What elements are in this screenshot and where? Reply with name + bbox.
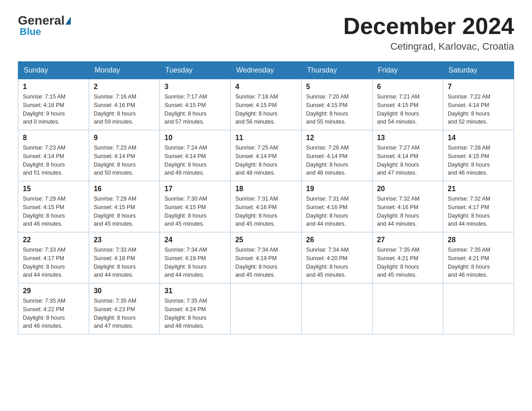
calendar-cell xyxy=(301,283,372,334)
title-section: December 2024 Cetingrad, Karlovac, Croat… xyxy=(343,13,514,52)
week-row-4: 22Sunrise: 7:33 AMSunset: 4:17 PMDayligh… xyxy=(18,232,514,283)
calendar-cell xyxy=(231,283,301,334)
week-row-1: 1Sunrise: 7:15 AMSunset: 4:16 PMDaylight… xyxy=(18,79,514,130)
day-info: Sunrise: 7:34 AMSunset: 4:19 PMDaylight:… xyxy=(164,246,226,279)
calendar-cell: 4Sunrise: 7:18 AMSunset: 4:15 PMDaylight… xyxy=(231,79,301,130)
calendar-cell: 5Sunrise: 7:20 AMSunset: 4:15 PMDaylight… xyxy=(301,79,372,130)
calendar-cell: 10Sunrise: 7:24 AMSunset: 4:14 PMDayligh… xyxy=(160,130,231,181)
day-info: Sunrise: 7:35 AMSunset: 4:24 PMDaylight:… xyxy=(164,297,226,330)
day-number: 21 xyxy=(448,185,509,193)
day-info: Sunrise: 7:32 AMSunset: 4:16 PMDaylight:… xyxy=(377,195,438,228)
calendar-table: SundayMondayTuesdayWednesdayThursdayFrid… xyxy=(18,61,514,334)
day-number: 27 xyxy=(377,236,438,244)
calendar-cell xyxy=(372,283,443,334)
header-cell-thursday: Thursday xyxy=(301,62,372,79)
day-info: Sunrise: 7:23 AMSunset: 4:14 PMDaylight:… xyxy=(23,144,84,177)
calendar-cell: 29Sunrise: 7:35 AMSunset: 4:22 PMDayligh… xyxy=(18,283,89,334)
day-number: 2 xyxy=(94,83,155,91)
day-number: 20 xyxy=(377,185,438,193)
calendar-cell: 25Sunrise: 7:34 AMSunset: 4:19 PMDayligh… xyxy=(231,232,301,283)
day-number: 11 xyxy=(235,134,296,142)
day-info: Sunrise: 7:28 AMSunset: 4:15 PMDaylight:… xyxy=(448,144,509,177)
day-number: 6 xyxy=(377,83,438,91)
calendar-cell: 9Sunrise: 7:23 AMSunset: 4:14 PMDaylight… xyxy=(89,130,160,181)
day-info: Sunrise: 7:27 AMSunset: 4:14 PMDaylight:… xyxy=(377,144,438,177)
calendar-cell: 11Sunrise: 7:25 AMSunset: 4:14 PMDayligh… xyxy=(231,130,301,181)
calendar-body: 1Sunrise: 7:15 AMSunset: 4:16 PMDaylight… xyxy=(18,79,514,334)
week-row-3: 15Sunrise: 7:29 AMSunset: 4:15 PMDayligh… xyxy=(18,181,514,232)
logo-triangle-icon xyxy=(65,17,71,25)
calendar-header: SundayMondayTuesdayWednesdayThursdayFrid… xyxy=(18,62,514,79)
day-number: 28 xyxy=(448,236,509,244)
day-number: 29 xyxy=(23,287,84,295)
header-cell-sunday: Sunday xyxy=(18,62,89,79)
day-number: 3 xyxy=(164,83,226,91)
day-info: Sunrise: 7:17 AMSunset: 4:15 PMDaylight:… xyxy=(164,93,226,126)
day-number: 25 xyxy=(235,236,296,244)
day-info: Sunrise: 7:31 AMSunset: 4:16 PMDaylight:… xyxy=(235,195,296,228)
day-info: Sunrise: 7:34 AMSunset: 4:19 PMDaylight:… xyxy=(235,246,296,279)
day-info: Sunrise: 7:30 AMSunset: 4:15 PMDaylight:… xyxy=(164,195,226,228)
day-number: 14 xyxy=(448,134,509,142)
day-number: 30 xyxy=(94,287,155,295)
calendar-cell: 8Sunrise: 7:23 AMSunset: 4:14 PMDaylight… xyxy=(18,130,89,181)
calendar-cell: 15Sunrise: 7:29 AMSunset: 4:15 PMDayligh… xyxy=(18,181,89,232)
calendar-cell: 24Sunrise: 7:34 AMSunset: 4:19 PMDayligh… xyxy=(160,232,231,283)
page-header: General Blue December 2024 Cetingrad, Ka… xyxy=(18,13,514,52)
calendar-cell: 14Sunrise: 7:28 AMSunset: 4:15 PMDayligh… xyxy=(443,130,514,181)
day-info: Sunrise: 7:20 AMSunset: 4:15 PMDaylight:… xyxy=(306,93,368,126)
day-number: 8 xyxy=(23,134,84,142)
calendar-cell: 12Sunrise: 7:26 AMSunset: 4:14 PMDayligh… xyxy=(301,130,372,181)
header-cell-saturday: Saturday xyxy=(443,62,514,79)
header-row: SundayMondayTuesdayWednesdayThursdayFrid… xyxy=(18,62,514,79)
day-number: 12 xyxy=(306,134,368,142)
day-number: 16 xyxy=(94,185,155,193)
location-subtitle: Cetingrad, Karlovac, Croatia xyxy=(343,41,514,52)
week-row-2: 8Sunrise: 7:23 AMSunset: 4:14 PMDaylight… xyxy=(18,130,514,181)
day-info: Sunrise: 7:24 AMSunset: 4:14 PMDaylight:… xyxy=(164,144,226,177)
calendar-cell: 19Sunrise: 7:31 AMSunset: 4:16 PMDayligh… xyxy=(301,181,372,232)
calendar-cell: 6Sunrise: 7:21 AMSunset: 4:15 PMDaylight… xyxy=(372,79,443,130)
calendar-cell: 28Sunrise: 7:35 AMSunset: 4:21 PMDayligh… xyxy=(443,232,514,283)
day-info: Sunrise: 7:29 AMSunset: 4:15 PMDaylight:… xyxy=(94,195,155,228)
day-number: 31 xyxy=(164,287,226,295)
day-info: Sunrise: 7:35 AMSunset: 4:21 PMDaylight:… xyxy=(448,246,509,279)
calendar-cell: 23Sunrise: 7:33 AMSunset: 4:18 PMDayligh… xyxy=(89,232,160,283)
week-row-5: 29Sunrise: 7:35 AMSunset: 4:22 PMDayligh… xyxy=(18,283,514,334)
calendar-cell: 3Sunrise: 7:17 AMSunset: 4:15 PMDaylight… xyxy=(160,79,231,130)
day-info: Sunrise: 7:18 AMSunset: 4:15 PMDaylight:… xyxy=(235,93,296,126)
calendar-cell: 1Sunrise: 7:15 AMSunset: 4:16 PMDaylight… xyxy=(18,79,89,130)
day-info: Sunrise: 7:31 AMSunset: 4:16 PMDaylight:… xyxy=(306,195,368,228)
calendar-cell: 2Sunrise: 7:16 AMSunset: 4:16 PMDaylight… xyxy=(89,79,160,130)
day-number: 5 xyxy=(306,83,368,91)
day-number: 18 xyxy=(235,185,296,193)
day-number: 13 xyxy=(377,134,438,142)
calendar-cell: 7Sunrise: 7:22 AMSunset: 4:14 PMDaylight… xyxy=(443,79,514,130)
calendar-cell: 17Sunrise: 7:30 AMSunset: 4:15 PMDayligh… xyxy=(160,181,231,232)
day-number: 26 xyxy=(306,236,368,244)
day-info: Sunrise: 7:33 AMSunset: 4:18 PMDaylight:… xyxy=(94,246,155,279)
header-cell-friday: Friday xyxy=(372,62,443,79)
day-number: 4 xyxy=(235,83,296,91)
calendar-cell: 31Sunrise: 7:35 AMSunset: 4:24 PMDayligh… xyxy=(160,283,231,334)
day-info: Sunrise: 7:35 AMSunset: 4:23 PMDaylight:… xyxy=(94,297,155,330)
calendar-cell: 21Sunrise: 7:32 AMSunset: 4:17 PMDayligh… xyxy=(443,181,514,232)
day-info: Sunrise: 7:32 AMSunset: 4:17 PMDaylight:… xyxy=(448,195,509,228)
day-info: Sunrise: 7:21 AMSunset: 4:15 PMDaylight:… xyxy=(377,93,438,126)
day-info: Sunrise: 7:34 AMSunset: 4:20 PMDaylight:… xyxy=(306,246,368,279)
calendar-cell xyxy=(443,283,514,334)
day-number: 7 xyxy=(448,83,509,91)
day-info: Sunrise: 7:35 AMSunset: 4:22 PMDaylight:… xyxy=(23,297,84,330)
calendar-cell: 27Sunrise: 7:35 AMSunset: 4:21 PMDayligh… xyxy=(372,232,443,283)
calendar-cell: 30Sunrise: 7:35 AMSunset: 4:23 PMDayligh… xyxy=(89,283,160,334)
day-info: Sunrise: 7:25 AMSunset: 4:14 PMDaylight:… xyxy=(235,144,296,177)
header-cell-wednesday: Wednesday xyxy=(231,62,301,79)
calendar-cell: 18Sunrise: 7:31 AMSunset: 4:16 PMDayligh… xyxy=(231,181,301,232)
day-number: 22 xyxy=(23,236,84,244)
month-year-title: December 2024 xyxy=(343,13,514,39)
calendar-cell: 20Sunrise: 7:32 AMSunset: 4:16 PMDayligh… xyxy=(372,181,443,232)
day-number: 24 xyxy=(164,236,226,244)
day-number: 23 xyxy=(94,236,155,244)
calendar-cell: 26Sunrise: 7:34 AMSunset: 4:20 PMDayligh… xyxy=(301,232,372,283)
day-info: Sunrise: 7:33 AMSunset: 4:17 PMDaylight:… xyxy=(23,246,84,279)
